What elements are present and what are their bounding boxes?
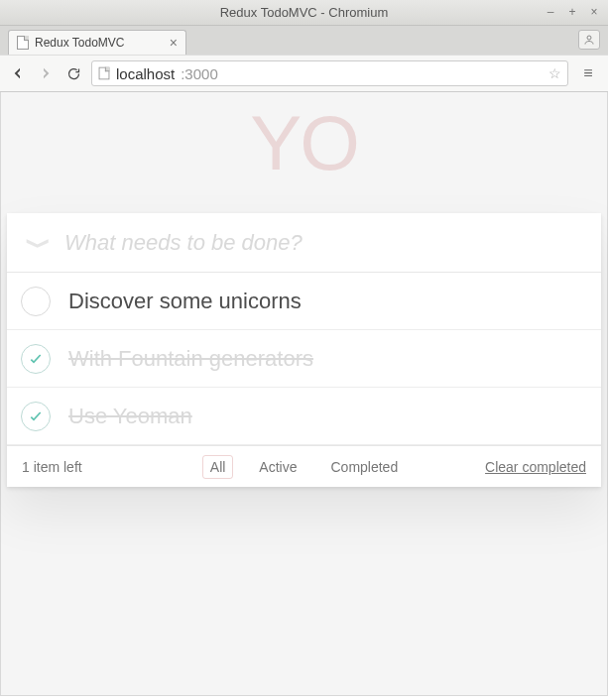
todo-checkbox[interactable]: [21, 287, 51, 316]
new-todo-input[interactable]: What needs to be done?: [57, 230, 585, 256]
todo-item[interactable]: Discover some unicorns: [7, 273, 601, 330]
bookmark-star-icon[interactable]: ☆: [548, 65, 561, 81]
filter-group: All Active Completed: [7, 455, 601, 479]
maximize-icon[interactable]: +: [564, 4, 580, 20]
hero-title: YO: [7, 104, 601, 181]
filter-all[interactable]: All: [202, 455, 234, 479]
back-button[interactable]: [8, 63, 28, 83]
reload-button[interactable]: [63, 63, 83, 83]
url-host: localhost: [116, 65, 175, 82]
tab-close-icon[interactable]: ×: [170, 35, 178, 51]
chevron-down-icon[interactable]: ❯: [26, 230, 52, 255]
filter-completed[interactable]: Completed: [322, 455, 406, 479]
address-bar[interactable]: localhost:3000 ☆: [91, 60, 568, 86]
todo-app: ❯ What needs to be done? Discover some u…: [7, 213, 601, 487]
minimize-icon[interactable]: –: [543, 4, 558, 20]
todo-checkbox[interactable]: [21, 344, 51, 374]
todo-item[interactable]: Use Yeoman: [7, 388, 601, 445]
window-titlebar: Redux TodoMVC - Chromium – + ×: [0, 0, 608, 26]
tab-strip: Redux TodoMVC ×: [0, 26, 608, 55]
menu-button[interactable]: ≡: [576, 61, 600, 85]
window-title: Redux TodoMVC - Chromium: [220, 5, 389, 20]
page-icon: [99, 67, 110, 80]
new-todo-row: ❯ What needs to be done?: [7, 213, 601, 273]
todo-footer: 1 item left All Active Completed Clear c…: [7, 445, 601, 487]
browser-tab[interactable]: Redux TodoMVC ×: [8, 30, 186, 55]
svg-point-0: [587, 36, 591, 40]
page-icon: [17, 36, 29, 50]
todo-title: Use Yeoman: [68, 404, 192, 429]
tab-label: Redux TodoMVC: [35, 36, 125, 50]
page-viewport: YO ❯ What needs to be done? Discover som…: [0, 92, 608, 696]
todo-checkbox[interactable]: [21, 402, 51, 431]
todo-list: Discover some unicorns With Fountain gen…: [7, 273, 601, 445]
filter-active[interactable]: Active: [251, 455, 304, 479]
url-port: :3000: [181, 65, 218, 82]
user-badge-icon[interactable]: [578, 30, 600, 50]
forward-button[interactable]: [36, 63, 56, 83]
todo-item[interactable]: With Fountain generators: [7, 330, 601, 388]
browser-toolbar: localhost:3000 ☆ ≡: [0, 55, 608, 92]
todo-title: Discover some unicorns: [68, 289, 302, 314]
todo-title: With Fountain generators: [68, 346, 313, 372]
close-icon[interactable]: ×: [586, 4, 602, 20]
